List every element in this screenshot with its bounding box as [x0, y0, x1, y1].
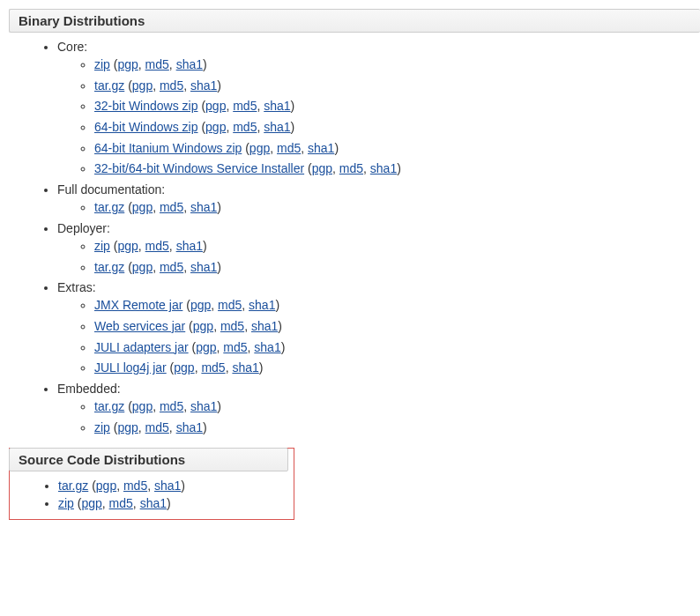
md5-link[interactable]: md5 [160, 78, 183, 93]
download-item: tar.gz (pgp, md5, sha1) [94, 77, 700, 96]
category-label: Full documentation: [57, 182, 165, 197]
md5-link[interactable]: md5 [218, 298, 242, 312]
md5-link[interactable]: md5 [220, 319, 244, 333]
download-item: 32-bit/64-bit Windows Service Installer … [94, 160, 700, 179]
download-link[interactable]: Web services jar [94, 319, 185, 333]
pgp-link[interactable]: pgp [132, 260, 153, 274]
pgp-link[interactable]: pgp [117, 57, 138, 71]
download-item: tar.gz (pgp, md5, sha1) [58, 479, 288, 493]
download-item: tar.gz (pgp, md5, sha1) [94, 258, 700, 278]
pgp-link[interactable]: pgp [132, 399, 153, 413]
sha1-link[interactable]: sha1 [190, 78, 217, 93]
download-item: Web services jar (pgp, md5, sha1) [94, 317, 700, 337]
download-item: tar.gz (pgp, md5, sha1) [94, 397, 700, 417]
sha1-link[interactable]: sha1 [264, 120, 290, 134]
category-file-list: JMX Remote jar (pgp, md5, sha1)Web servi… [57, 296, 700, 378]
category-item: Core:zip (pgp, md5, sha1)tar.gz (pgp, md… [57, 40, 700, 179]
download-link[interactable]: 32-bit/64-bit Windows Service Installer [94, 161, 304, 175]
download-link[interactable]: zip [94, 57, 110, 71]
source-distributions-header: Source Code Distributions [9, 448, 288, 471]
sha1-link[interactable]: sha1 [308, 141, 334, 155]
download-link[interactable]: JULI log4j jar [94, 360, 167, 375]
pgp-link[interactable]: pgp [117, 420, 138, 434]
pgp-link[interactable]: pgp [81, 496, 101, 510]
md5-link[interactable]: md5 [123, 479, 147, 493]
category-label: Extras: [57, 280, 96, 294]
category-item: Extras:JMX Remote jar (pgp, md5, sha1)We… [57, 280, 700, 378]
category-file-list: tar.gz (pgp, md5, sha1) [57, 198, 700, 218]
download-link[interactable]: tar.gz [94, 399, 124, 413]
sha1-link[interactable]: sha1 [176, 57, 203, 71]
pgp-link[interactable]: pgp [205, 99, 226, 113]
pgp-link[interactable]: pgp [249, 141, 270, 155]
download-link[interactable]: zip [58, 496, 74, 510]
sha1-link[interactable]: sha1 [190, 399, 217, 413]
md5-link[interactable]: md5 [160, 200, 183, 214]
md5-link[interactable]: md5 [201, 360, 225, 375]
pgp-link[interactable]: pgp [96, 479, 116, 493]
category-item: Embedded:tar.gz (pgp, md5, sha1)zip (pgp… [57, 382, 700, 437]
sha1-link[interactable]: sha1 [249, 298, 275, 312]
download-link[interactable]: zip [94, 239, 110, 253]
download-item: 32-bit Windows zip (pgp, md5, sha1) [94, 97, 700, 116]
download-link[interactable]: 32-bit Windows zip [94, 99, 198, 113]
pgp-link[interactable]: pgp [132, 78, 153, 93]
sha1-link[interactable]: sha1 [264, 99, 290, 113]
download-item: 64-bit Itanium Windows zip (pgp, md5, sh… [94, 139, 700, 159]
sha1-link[interactable]: sha1 [176, 239, 203, 253]
sha1-link[interactable]: sha1 [254, 340, 280, 354]
category-file-list: zip (pgp, md5, sha1)tar.gz (pgp, md5, sh… [57, 56, 700, 179]
sha1-link[interactable]: sha1 [370, 161, 397, 175]
md5-link[interactable]: md5 [160, 260, 183, 274]
download-link[interactable]: tar.gz [94, 78, 124, 93]
md5-link[interactable]: md5 [145, 239, 169, 253]
md5-link[interactable]: md5 [233, 99, 257, 113]
pgp-link[interactable]: pgp [205, 120, 226, 134]
pgp-link[interactable]: pgp [132, 200, 153, 214]
pgp-link[interactable]: pgp [174, 360, 194, 375]
sha1-link[interactable]: sha1 [251, 319, 278, 333]
sha1-link[interactable]: sha1 [190, 200, 217, 214]
category-file-list: zip (pgp, md5, sha1)tar.gz (pgp, md5, sh… [57, 237, 700, 277]
pgp-link[interactable]: pgp [190, 298, 211, 312]
md5-link[interactable]: md5 [145, 420, 169, 434]
sha1-link[interactable]: sha1 [176, 420, 203, 434]
download-item: zip (pgp, md5, sha1) [94, 237, 700, 256]
download-link[interactable]: zip [94, 420, 110, 434]
pgp-link[interactable]: pgp [193, 319, 213, 333]
md5-link[interactable]: md5 [277, 141, 301, 155]
sha1-link[interactable]: sha1 [140, 496, 167, 510]
md5-link[interactable]: md5 [223, 340, 247, 354]
download-item: zip (pgp, md5, sha1) [94, 419, 700, 438]
category-label: Embedded: [57, 382, 121, 396]
category-file-list: tar.gz (pgp, md5, sha1)zip (pgp, md5, sh… [57, 397, 700, 437]
download-link[interactable]: tar.gz [58, 479, 88, 493]
download-item: JMX Remote jar (pgp, md5, sha1) [94, 296, 700, 315]
md5-link[interactable]: md5 [339, 161, 363, 175]
download-link[interactable]: 64-bit Windows zip [94, 120, 198, 134]
pgp-link[interactable]: pgp [312, 161, 332, 175]
binary-distributions-header: Binary Distributions [9, 9, 700, 33]
category-item: Full documentation:tar.gz (pgp, md5, sha… [57, 182, 700, 218]
md5-link[interactable]: md5 [109, 496, 133, 510]
download-item: JULI adapters jar (pgp, md5, sha1) [94, 338, 700, 358]
category-label: Core: [57, 40, 87, 54]
binary-distributions-list: Core:zip (pgp, md5, sha1)tar.gz (pgp, md… [9, 40, 700, 437]
pgp-link[interactable]: pgp [196, 340, 216, 354]
download-link[interactable]: JMX Remote jar [94, 298, 182, 312]
download-item: JULI log4j jar (pgp, md5, sha1) [94, 359, 700, 378]
sha1-link[interactable]: sha1 [154, 479, 181, 493]
download-link[interactable]: tar.gz [94, 200, 124, 214]
md5-link[interactable]: md5 [145, 57, 169, 71]
pgp-link[interactable]: pgp [117, 239, 138, 253]
md5-link[interactable]: md5 [160, 399, 183, 413]
download-link[interactable]: tar.gz [94, 260, 124, 274]
sha1-link[interactable]: sha1 [190, 260, 217, 274]
source-distributions-list: tar.gz (pgp, md5, sha1)zip (pgp, md5, sh… [10, 479, 288, 510]
md5-link[interactable]: md5 [233, 120, 257, 134]
download-link[interactable]: 64-bit Itanium Windows zip [94, 141, 242, 155]
download-link[interactable]: JULI adapters jar [94, 340, 189, 354]
sha1-link[interactable]: sha1 [232, 360, 258, 375]
category-item: Deployer:zip (pgp, md5, sha1)tar.gz (pgp… [57, 221, 700, 277]
download-item: tar.gz (pgp, md5, sha1) [94, 198, 700, 218]
